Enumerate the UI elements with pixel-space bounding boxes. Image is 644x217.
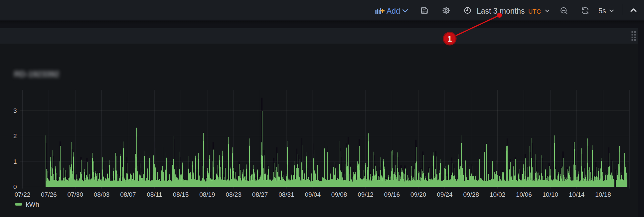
svg-text:1: 1 bbox=[447, 34, 452, 43]
